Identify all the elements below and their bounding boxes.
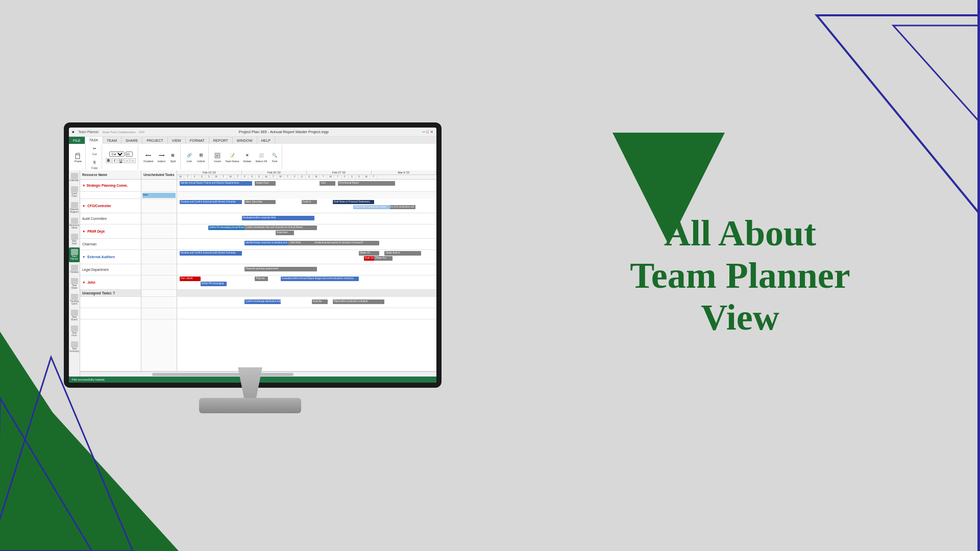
task-bar-cfo-draft[interactable]: Draft Notes to Financial Statements: [333, 200, 374, 204]
outdent2-btn[interactable]: ⟵ Outdent: [142, 151, 155, 164]
task-bar-prir-define[interactable]: Define IR messaging annual financial res…: [208, 226, 244, 230]
resource-name-audit: Audit Committee: [80, 213, 141, 224]
task-bar-strategic-1[interactable]: Identify Annual Report Theme and Directo…: [180, 181, 252, 186]
outdent-btn[interactable]: ←: [130, 158, 136, 163]
unscheduled-audit: [141, 213, 177, 224]
ribbon-group-tasks: + Insert 📝 Task Notes: [210, 145, 282, 169]
font-size-input[interactable]: [126, 152, 133, 157]
sidebar-item-gantt[interactable]: Gantt Chart: [69, 185, 80, 199]
task-bar-cfo-audit[interactable]: Develop and Confirm External Audit Revie…: [180, 200, 242, 204]
tab-task[interactable]: TASK: [85, 137, 103, 144]
tab-project[interactable]: PROJECT: [142, 137, 168, 144]
title-bar-title: Project Plan 365 - Annual Report Master …: [239, 130, 329, 134]
task-bar-prir-confirm[interactable]: Confirm distribution lists and channels …: [244, 226, 317, 230]
collapse-john-icon[interactable]: ▼: [82, 281, 85, 284]
tab-report[interactable]: REPORT: [209, 137, 233, 144]
bold-btn[interactable]: B: [106, 158, 111, 163]
split-btn[interactable]: ⊞ Split: [168, 151, 178, 164]
sidebar-item-network[interactable]: Network Diagram: [69, 201, 80, 215]
copy-btn[interactable]: ⎘ Copy: [89, 158, 100, 170]
collapse-cfo-icon[interactable]: ▼: [82, 204, 85, 208]
right-section: All About Team Planner View: [500, 0, 980, 551]
sidebar-item-tasksheet[interactable]: Task Sheet: [69, 277, 80, 291]
italic-btn[interactable]: I: [112, 158, 117, 163]
task-bar-strategic-2[interactable]: Assign Dave: [255, 181, 276, 186]
tab-view[interactable]: VIEW: [168, 137, 186, 144]
task-notes-btn[interactable]: 📝 Task Notes: [224, 151, 240, 164]
collapse-icon[interactable]: ▼: [82, 184, 85, 187]
unscheduled-legal: [141, 264, 177, 275]
tab-window[interactable]: WINDOW: [233, 137, 257, 144]
planner-header: Resource Name Unscheduled Tasks Feb 13 '…: [80, 170, 436, 180]
cut-btn[interactable]: ✂ Cut: [89, 144, 100, 157]
link-btn[interactable]: 🔗 Link: [184, 151, 194, 164]
task-bar-cfo-plan2[interactable]: Plan/Confirm production sched.: [353, 205, 389, 209]
indent-btn[interactable]: →: [124, 158, 130, 163]
task-bar-cfo-ident[interactable]: Ident. fytka fytka: [244, 200, 276, 204]
resource-name-john: ▼ John: [80, 276, 141, 289]
task-bar-ext-pro[interactable]: Obtain Pro: [374, 256, 393, 261]
unlink-btn[interactable]: ⛓ Unlink: [195, 151, 206, 164]
underline-btn[interactable]: U: [118, 158, 124, 163]
task-bar-unassigned-broker[interactable]: Confirm brokerage distribution listings: [244, 299, 281, 304]
sidebar-item-risk[interactable]: Risk View: [69, 232, 80, 247]
close-btn[interactable]: ✕: [430, 130, 433, 134]
unscheduled-strategic: [141, 180, 177, 191]
tab-help[interactable]: HELP: [257, 137, 275, 144]
sidebar-item-calendar[interactable]: Calendar: [69, 171, 80, 184]
task-bar-ext-obtain[interactable]: Obtain 10-: [359, 251, 380, 256]
scrollbar-thumb[interactable]: [152, 373, 294, 376]
task-bar-unassigned-eval[interactable]: Eval dist.: [312, 299, 327, 304]
task-bar-print[interactable]: Print Annual Report: [338, 181, 395, 186]
task-bar-chairman-click[interactable]: Click Perfa: [288, 241, 314, 245]
delete-btn[interactable]: ✕ Delete: [241, 151, 253, 164]
sidebar-item-resource[interactable]: Resource Sheet: [69, 216, 80, 231]
title-line1: All About: [630, 212, 850, 255]
sidebar-item-taskboard[interactable]: Task Board: [69, 308, 80, 323]
delete-icon: ✕: [243, 152, 251, 159]
taskboard-icon: [71, 310, 78, 316]
tab-file[interactable]: FILE: [69, 137, 85, 144]
task-bar-chairman-dev[interactable]: Develop financial results for inclusion …: [312, 241, 379, 245]
collapse-ext-icon[interactable]: ▼: [82, 255, 85, 259]
indent2-btn[interactable]: ⟶ Indent: [156, 151, 167, 164]
table-row: [80, 319, 436, 371]
app-main: Calendar Gantt Chart Network Diagram: [69, 170, 436, 377]
sidebar-item-taskform[interactable]: Task Form: [69, 324, 80, 339]
task-bar-strategic-3[interactable]: Cont: [320, 181, 335, 186]
minimize-btn[interactable]: ─: [423, 130, 425, 134]
find-btn[interactable]: 🔍 Find: [270, 151, 280, 164]
task-bar-john-eval[interactable]: Evaluate/confirm Annual Report design an…: [281, 277, 358, 281]
collapse-prir-icon[interactable]: ▼: [82, 230, 85, 233]
resource-name-strategic-sub: [80, 192, 141, 198]
unscheduled-1: [141, 297, 177, 308]
resource-name-chairman: Chairman: [80, 239, 141, 249]
ribbon-content: Paste ✂ Cut ⎘ C: [69, 144, 436, 170]
sidebar-item-team[interactable]: Team Planner: [69, 247, 80, 262]
task-bar-john-distrib[interactable]: Finn. distrib.: [180, 277, 201, 281]
task-bar-audit-web[interactable]: Evaluate/confirm corporate Web: [242, 216, 314, 220]
font-select[interactable]: Calibri: [109, 152, 125, 157]
task-bar-unassigned-plan[interactable]: Plan/confirm production schedule: [333, 299, 385, 304]
tab-team[interactable]: TEAM: [103, 137, 121, 144]
unscheduled-task-bar[interactable]: Chart: [142, 193, 176, 198]
task-bar-ext-audit[interactable]: Develop and Confirm External Audit Revie…: [180, 251, 242, 256]
table-row: Chart: [80, 192, 436, 199]
select-all-btn[interactable]: ⬜ Select All: [254, 151, 268, 164]
insert-btn[interactable]: + Insert: [212, 151, 223, 164]
task-bar-john-prep[interactable]: Prep are: [255, 277, 267, 281]
sidebar-item-timeline[interactable]: Timeline: [69, 263, 80, 276]
table-row: ▼ John Finn. distrib. Define PR messagin…: [80, 276, 436, 290]
tab-format[interactable]: FORMAT: [186, 137, 209, 144]
paste-btn[interactable]: Paste: [73, 151, 83, 164]
task-bar-john-define[interactable]: Define PR messaging: [201, 282, 227, 286]
tab-share[interactable]: SHARE: [121, 137, 142, 144]
task-bar-legal-fin[interactable]: Financial reporting requirements: [244, 267, 317, 271]
task-bar-cfo-conf[interactable]: Confi ch: [302, 200, 317, 204]
task-bar-ext-final[interactable]: Obtain final m.: [384, 251, 421, 256]
task-bar-prir-detail[interactable]: Detail dem: [276, 231, 294, 235]
maximize-btn[interactable]: □: [427, 130, 429, 134]
sidebar-item-tracking[interactable]: Tracking Gantt: [69, 292, 80, 307]
resource-name-unassigned-header: Unassigned Tasks: 7: [80, 290, 141, 296]
sidebar-item-tasksummary[interactable]: Task Summary: [69, 340, 80, 355]
